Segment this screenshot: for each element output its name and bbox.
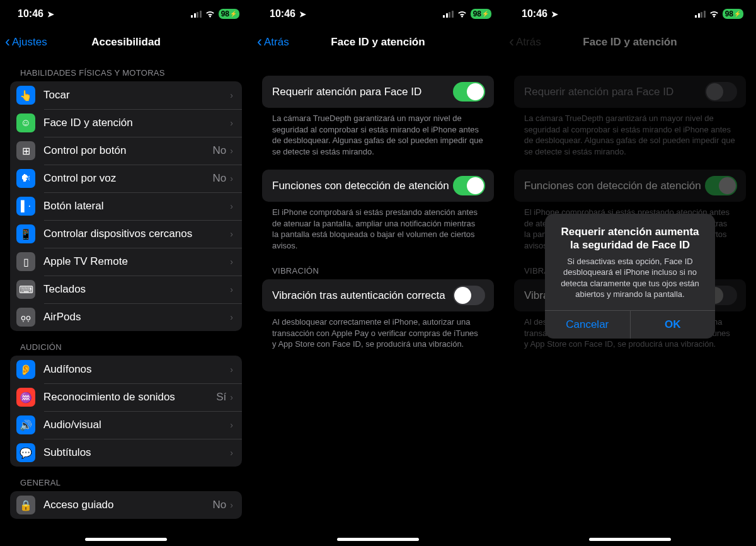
- alert-dialog: Requerir atención aumenta la seguridad d…: [545, 214, 715, 339]
- nav-bar: ‹ Ajustes Accesibilidad: [0, 28, 252, 57]
- group-require-attention: Requerir atención para Face ID: [514, 76, 746, 108]
- chevron-right-icon: ›: [230, 146, 233, 156]
- group-attention-features: Funciones con detección de atención: [262, 170, 494, 202]
- status-bar: 10:46 ➤ 98⚡: [252, 0, 504, 28]
- battery-badge: 98⚡: [723, 9, 743, 19]
- home-indicator[interactable]: [85, 538, 167, 541]
- page-title: Accesibilidad: [91, 36, 161, 49]
- back-button[interactable]: ‹ Atrás: [257, 35, 289, 49]
- home-indicator[interactable]: [337, 538, 419, 541]
- chevron-left-icon: ‹: [5, 34, 10, 49]
- chevron-right-icon: ›: [230, 257, 233, 267]
- wifi-icon: [709, 9, 719, 20]
- group-vibration: Vibración tras autenticación correcta: [262, 279, 494, 311]
- home-indicator[interactable]: [589, 538, 671, 541]
- chevron-right-icon: ›: [230, 284, 233, 294]
- row-voicecontrol[interactable]: 🗣 Control por voz No ›: [10, 165, 242, 192]
- switchcontrol-icon: ⊞: [16, 141, 35, 160]
- row-tocar[interactable]: 👆 Tocar ›: [10, 81, 242, 109]
- faceid-icon: ☺: [16, 113, 35, 132]
- location-icon: ➤: [299, 9, 306, 19]
- page-title: Face ID y atención: [331, 36, 425, 49]
- touch-icon: 👆: [16, 86, 35, 105]
- chevron-left-icon: ‹: [509, 34, 514, 49]
- audiovisual-icon: 🔊: [16, 415, 35, 434]
- switch-icon[interactable]: [453, 82, 485, 102]
- row-switchcontrol[interactable]: ⊞ Control por botón No ›: [10, 137, 242, 165]
- cellular-icon: [695, 11, 706, 18]
- ok-button[interactable]: OK: [630, 311, 716, 339]
- appletv-icon: ▯: [16, 252, 35, 271]
- nav-bar: ‹ Atrás Face ID y atención: [252, 28, 504, 57]
- row-hearing-devices[interactable]: 👂 Audífonos ›: [10, 356, 242, 383]
- lock-icon: 🔒: [16, 496, 35, 514]
- wifi-icon: [457, 9, 467, 20]
- row-sidebutton[interactable]: ▌· Botón lateral ›: [10, 192, 242, 220]
- footer-attention-features: El iPhone comprobará si estás prestando …: [252, 202, 504, 255]
- back-button: ‹ Atrás: [509, 35, 541, 49]
- row-guided-access[interactable]: 🔒 Acceso guiado No ›: [10, 491, 242, 519]
- voicecontrol-icon: 🗣: [16, 169, 35, 188]
- nav-bar: ‹ Atrás Face ID y atención: [504, 28, 756, 57]
- wifi-icon: [205, 9, 215, 20]
- group-attention-features: Funciones con detección de atención: [514, 170, 746, 202]
- battery-badge: 98⚡: [471, 9, 491, 19]
- chevron-right-icon: ›: [230, 500, 233, 510]
- toggle-require-attention[interactable]: Requerir atención para Face ID: [262, 76, 494, 108]
- section-header-physical: HABILIDADES FÍSICAS Y MOTORAS: [0, 57, 252, 81]
- status-bar: 10:46 ➤ 98⚡: [0, 0, 252, 28]
- keyboard-icon: ⌨: [16, 280, 35, 299]
- chevron-right-icon: ›: [230, 420, 233, 430]
- group-general: 🔒 Acceso guiado No ›: [10, 491, 242, 519]
- chevron-right-icon: ›: [230, 229, 233, 239]
- toggle-attention-features[interactable]: Funciones con detección de atención: [262, 170, 494, 202]
- row-sound-recognition[interactable]: ♒ Reconocimiento de sonidos Sí ›: [10, 383, 242, 411]
- nearby-icon: 📱: [16, 224, 35, 243]
- location-icon: ➤: [47, 9, 54, 19]
- location-icon: ➤: [551, 9, 558, 19]
- alert-message: Si desactivas esta opción, Face ID desbl…: [555, 256, 705, 300]
- status-time: 10:46: [522, 8, 547, 20]
- section-header-vibration: VIBRACIÓN: [252, 255, 504, 279]
- chevron-right-icon: ›: [230, 392, 233, 402]
- row-faceid[interactable]: ☺ Face ID y atención ›: [10, 109, 242, 137]
- switch-icon: [705, 82, 737, 102]
- toggle-require-attention: Requerir atención para Face ID: [514, 76, 746, 108]
- chevron-right-icon: ›: [230, 90, 233, 100]
- row-airpods[interactable]: ọọ AirPods ›: [10, 303, 242, 331]
- section-header-general: GENERAL: [0, 467, 252, 491]
- status-time: 10:46: [270, 8, 295, 20]
- row-audiovisual[interactable]: 🔊 Audio/visual ›: [10, 411, 242, 439]
- row-keyboards[interactable]: ⌨ Teclados ›: [10, 276, 242, 303]
- faceid-screen-alert: 10:46 ➤ 98⚡ ‹ Atrás Face ID y atención R…: [504, 0, 756, 546]
- group-require-attention: Requerir atención para Face ID: [262, 76, 494, 108]
- chevron-right-icon: ›: [230, 312, 233, 322]
- sidebutton-icon: ▌·: [16, 197, 35, 216]
- subtitles-icon: 💬: [16, 443, 35, 462]
- chevron-right-icon: ›: [230, 201, 233, 211]
- chevron-right-icon: ›: [230, 364, 233, 375]
- row-subtitles[interactable]: 💬 Subtítulos ›: [10, 439, 242, 467]
- cancel-button[interactable]: Cancelar: [545, 311, 630, 339]
- status-bar: 10:46 ➤ 98⚡: [504, 0, 756, 28]
- switch-icon[interactable]: [453, 286, 485, 305]
- switch-icon: [705, 176, 737, 195]
- status-time: 10:46: [18, 8, 43, 20]
- chevron-right-icon: ›: [230, 173, 233, 183]
- row-appletv[interactable]: ▯ Apple TV Remote ›: [10, 248, 242, 276]
- row-nearby[interactable]: 📱 Controlar dispositivos cercanos ›: [10, 220, 242, 248]
- footer-require-attention: La cámara TrueDepth garantizará un mayor…: [252, 108, 504, 161]
- page-title: Face ID y atención: [583, 36, 677, 49]
- accessibility-screen: 10:46 ➤ 98⚡ ‹ Ajustes Accesibilidad HABI…: [0, 0, 252, 546]
- ear-icon: 👂: [16, 360, 35, 379]
- footer-require-attention: La cámara TrueDepth garantizará un mayor…: [504, 108, 756, 161]
- back-button[interactable]: ‹ Ajustes: [5, 35, 47, 49]
- cellular-icon: [191, 11, 202, 18]
- toggle-haptic[interactable]: Vibración tras autenticación correcta: [262, 279, 494, 311]
- sound-icon: ♒: [16, 388, 35, 407]
- toggle-attention-features: Funciones con detección de atención: [514, 170, 746, 202]
- group-physical: 👆 Tocar › ☺ Face ID y atención › ⊞ Contr…: [10, 81, 242, 331]
- section-header-hearing: AUDICIÓN: [0, 331, 252, 356]
- switch-icon[interactable]: [453, 176, 485, 195]
- battery-badge: 98⚡: [219, 9, 239, 19]
